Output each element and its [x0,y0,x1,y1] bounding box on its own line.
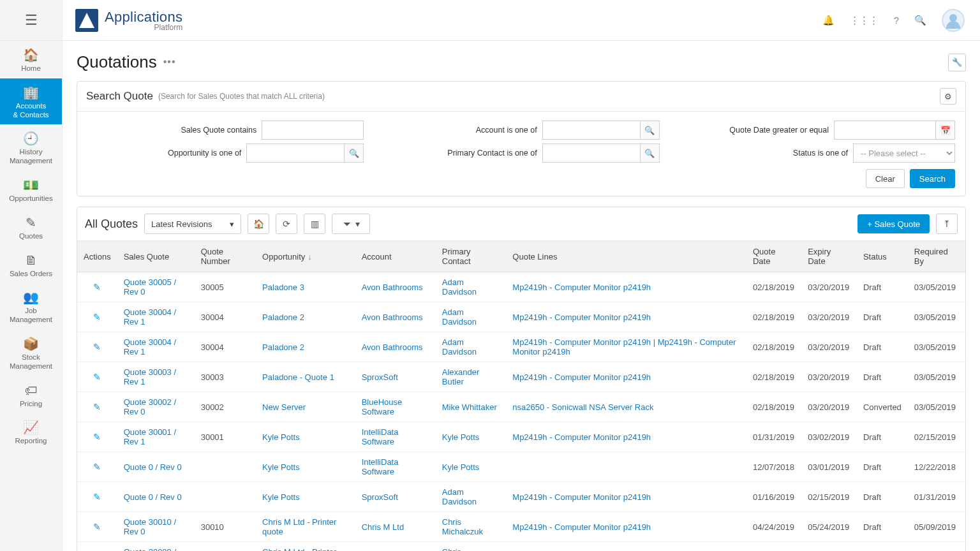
opportunity-link[interactable]: Chris M Ltd - Printer quote [262,547,336,551]
input-primary-contact[interactable] [542,143,641,163]
toolbar-filter-button[interactable]: ⏷▾ [332,214,370,234]
account-link[interactable]: SproxSoft [362,492,398,502]
opportunity-link[interactable]: Paladone 3 [262,283,304,292]
th-required-by[interactable]: Required By [908,241,965,272]
account-link[interactable]: Avon Bathrooms [362,283,423,292]
th-quote-number[interactable]: Quote Number [195,241,256,272]
sales-quote-link[interactable]: Quote 30004 / Rev 1 [124,307,176,327]
account-link[interactable]: BlueHouse Software [362,397,403,416]
input-sales-quote-contains[interactable] [262,121,364,140]
th-status[interactable]: Status [857,241,908,272]
toolbar-columns-button[interactable]: ▥ [304,214,325,234]
opportunity-link[interactable]: Chris M Ltd - Printer quote [262,517,336,536]
nav-history-management[interactable]: 🕘History Management [0,124,62,171]
opportunity-link[interactable]: Paladone - Quote 1 [262,372,334,382]
sales-quote-link[interactable]: Quote 30009 / Rev 0 [124,547,176,551]
edit-icon[interactable]: ✎ [93,432,101,442]
quote-lines-link[interactable]: Mp2419h - Computer Monitor p2419h [512,522,651,532]
nav-quotes[interactable]: ✎Quotes [0,209,62,246]
opportunity-link[interactable]: Kyle Potts [262,462,300,472]
nav-pricing[interactable]: 🏷Pricing [0,376,62,414]
opportunity-link[interactable]: Kyle Potts [262,492,300,502]
search-panel-gear-icon[interactable]: ⚙ [940,88,956,105]
quote-lines-link[interactable]: Mp2419h - Computer Monitor p2419h [512,432,651,442]
new-sales-quote-button[interactable]: + Sales Quote [858,214,930,233]
th-opportunity[interactable]: Opportunity↓ [256,241,355,272]
lookup-contact-icon[interactable]: 🔍 [641,143,660,163]
account-link[interactable]: IntelliData Software [362,457,399,476]
primary-contact-link[interactable]: Alexander Butler [442,367,480,386]
input-quote-date[interactable] [834,121,936,140]
toolbar-export-button[interactable]: ⤒ [936,214,958,234]
help-icon[interactable]: ? [894,15,899,26]
th-primary-contact[interactable]: Primary Contact [436,241,507,272]
quote-lines-link[interactable]: Mp2419h - Computer Monitor p2419h | Mp24… [512,337,736,356]
primary-contact-link[interactable]: Adam Davidson [442,307,477,327]
sales-quote-link[interactable]: Quote 30003 / Rev 1 [124,367,176,386]
primary-contact-link[interactable]: Chris Michalczuk [442,517,483,536]
nav-accounts-contacts[interactable]: 🏢Accounts & Contacts [0,78,62,125]
menu-toggle-icon[interactable]: ☰ [25,12,38,29]
search-button[interactable]: Search [910,169,955,188]
sales-quote-link[interactable]: Quote 0 / Rev 0 [124,492,182,502]
calendar-icon[interactable]: 📅 [936,121,955,140]
toolbar-home-button[interactable]: 🏠 [248,214,269,234]
toolbar-refresh-button[interactable]: ⟳ [276,214,297,234]
th-account[interactable]: Account [355,241,436,272]
edit-icon[interactable]: ✎ [93,372,101,382]
input-opportunity[interactable] [246,143,345,163]
edit-icon[interactable]: ✎ [93,342,101,352]
edit-icon[interactable]: ✎ [93,492,101,502]
page-config-button[interactable]: 🔧 [948,54,966,71]
search-icon[interactable]: 🔍 [914,15,926,26]
sales-quote-link[interactable]: Quote 0 / Rev 0 [124,462,182,472]
primary-contact-link[interactable]: Kyle Potts [442,432,480,442]
primary-contact-link[interactable]: Adam Davidson [442,487,477,506]
page-title-more-icon[interactable]: ••• [163,56,176,69]
account-link[interactable]: SproxSoft [362,372,398,382]
primary-contact-link[interactable]: Mike Whittaker [442,402,497,412]
nav-opportunities[interactable]: 💵Opportunities [0,171,62,209]
avatar[interactable] [942,9,965,32]
sales-quote-link[interactable]: Quote 30004 / Rev 1 [124,337,176,356]
nav-stock-management[interactable]: 📦Stock Management [0,330,62,376]
sales-quote-link[interactable]: Quote 30002 / Rev 0 [124,397,176,416]
primary-contact-link[interactable]: Adam Davidson [442,277,477,297]
edit-icon[interactable]: ✎ [93,312,101,322]
edit-icon[interactable]: ✎ [93,282,101,292]
th-quote-date[interactable]: Quote Date [746,241,801,272]
lookup-account-icon[interactable]: 🔍 [641,121,660,140]
nav-reporting[interactable]: 📈Reporting [0,413,62,451]
primary-contact-link[interactable]: Adam Davidson [442,337,477,356]
nav-sales-orders[interactable]: 🗎Sales Orders [0,246,62,284]
nav-job-management[interactable]: 👥Job Management [0,283,62,330]
th-sales-quote[interactable]: Sales Quote [117,241,195,272]
input-account[interactable] [542,121,641,140]
apps-grid-icon[interactable]: ⋮⋮⋮ [850,15,879,26]
lookup-opportunity-icon[interactable]: 🔍 [345,143,364,163]
opportunity-link[interactable]: Paladone 2 [262,312,304,322]
sales-quote-link[interactable]: Quote 30010 / Rev 0 [124,517,176,536]
th-quote-lines[interactable]: Quote Lines [506,241,746,272]
opportunity-link[interactable]: Paladone 2 [262,342,304,352]
quote-lines-link[interactable]: Mp2419h - Computer Monitor p2419h [512,372,651,382]
th-expiry-date[interactable]: Expiry Date [801,241,857,272]
select-status[interactable]: -- Please select -- [853,143,955,163]
opportunity-link[interactable]: Kyle Potts [262,432,300,442]
edit-icon[interactable]: ✎ [93,462,101,472]
sales-quote-link[interactable]: Quote 30005 / Rev 0 [124,277,176,297]
primary-contact-link[interactable]: Kyle Potts [442,462,480,472]
edit-icon[interactable]: ✎ [93,402,101,412]
account-link[interactable]: Chris M Ltd [362,522,404,532]
primary-contact-link[interactable]: Chris Michalczuk [442,547,483,551]
sales-quote-link[interactable]: Quote 30001 / Rev 1 [124,427,176,446]
nav-home[interactable]: 🏠Home [0,41,62,78]
clear-button[interactable]: Clear [866,169,905,188]
quote-lines-link[interactable]: Mp2419h - Computer Monitor p2419h [512,312,651,322]
account-link[interactable]: Avon Bathrooms [362,342,423,352]
quote-lines-link[interactable]: nsa2650 - Sonicwall NSA Server Rack [512,402,653,412]
quote-lines-link[interactable]: Mp2419h - Computer Monitor p2419h [512,492,651,502]
notifications-icon[interactable]: 🔔 [822,15,835,26]
edit-icon[interactable]: ✎ [93,522,101,532]
revision-filter-dropdown[interactable]: Latest Revisions ▾ [144,214,241,234]
